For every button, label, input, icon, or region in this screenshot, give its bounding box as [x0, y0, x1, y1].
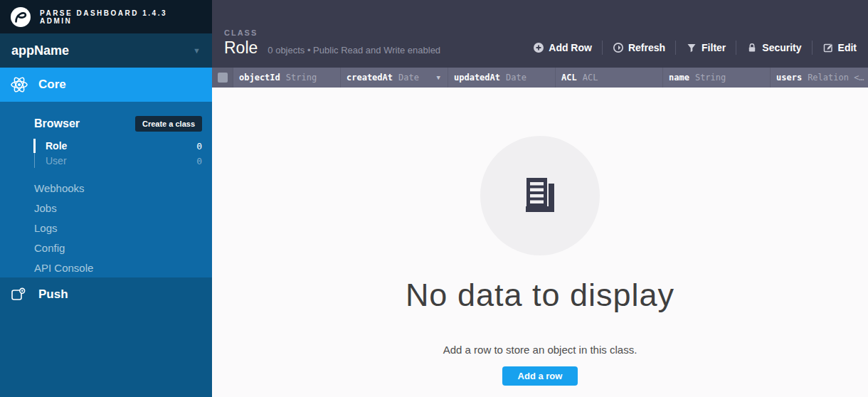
brand-subtitle: ADMIN	[40, 17, 167, 25]
class-name: User	[46, 155, 196, 166]
refresh-icon	[613, 42, 624, 53]
sidebar-item-logs[interactable]: Logs	[0, 218, 212, 238]
table-body: No data to display Add a row to store an…	[212, 88, 868, 397]
table-header: objectId String createdAt Date ▼ updated…	[212, 68, 868, 88]
class-list: Role 0 User 0	[34, 139, 212, 168]
class-name: Role	[46, 140, 196, 152]
column-name: users	[776, 73, 802, 83]
add-circle-icon	[533, 42, 544, 53]
sidebar-item-api-console[interactable]: API Console	[0, 258, 212, 277]
column-type: Date	[506, 73, 526, 83]
app-selector[interactable]: appName ▼	[0, 33, 212, 68]
sidebar-item-browser[interactable]: Browser	[34, 117, 135, 130]
column-type: Date	[398, 73, 419, 83]
document-stack-icon	[517, 173, 563, 218]
edit-icon	[822, 42, 834, 53]
column-header-createdat[interactable]: createdAt Date ▼	[341, 68, 448, 88]
column-header-users[interactable]: users Relation <…	[771, 68, 868, 88]
toolbar: Add Row Refresh Filter Security	[533, 41, 857, 55]
column-name: updatedAt	[454, 73, 500, 83]
brand-header[interactable]: PARSE DASHBOARD 1.4.3 ADMIN	[0, 0, 212, 33]
empty-state-circle	[480, 136, 600, 255]
refresh-button[interactable]: Refresh	[613, 41, 665, 55]
sidebar-item-config[interactable]: Config	[0, 238, 212, 258]
push-notification-icon	[10, 286, 27, 303]
column-type: String	[286, 73, 317, 83]
toolbar-divider	[602, 41, 603, 55]
toolbar-divider	[736, 41, 736, 55]
toolbar-label: Security	[762, 42, 801, 53]
class-header: CLASS Role 0 objects • Public Read and W…	[212, 0, 868, 68]
app-name: appName	[11, 43, 193, 58]
sidebar-item-jobs[interactable]: Jobs	[0, 198, 212, 218]
edit-button[interactable]: Edit	[822, 41, 857, 55]
column-name: ACL	[561, 73, 577, 83]
class-count: 0	[196, 141, 202, 152]
toolbar-divider	[675, 41, 676, 55]
toolbar-label: Add Row	[549, 42, 592, 53]
column-name: objectId	[239, 73, 280, 83]
add-row-button[interactable]: Add a row	[502, 366, 578, 386]
toolbar-label: Edit	[838, 42, 857, 53]
column-name: name	[669, 73, 689, 83]
chevron-down-icon: ▼	[193, 46, 201, 55]
sidebar-section-push[interactable]: Push	[0, 277, 212, 397]
toolbar-label: Refresh	[628, 42, 665, 53]
sidebar-nav: Browser Create a class Role 0 User 0 Web…	[0, 102, 212, 277]
column-header-acl[interactable]: ACL ACL	[556, 68, 663, 88]
select-all-cell	[212, 68, 233, 88]
class-item-user[interactable]: User 0	[35, 154, 212, 168]
column-type: String	[695, 73, 726, 83]
lock-icon	[746, 42, 758, 53]
create-class-button[interactable]: Create a class	[135, 116, 202, 132]
column-header-objectid[interactable]: objectId String	[233, 68, 341, 88]
empty-state-subtitle: Add a row to store an object in this cla…	[443, 344, 637, 356]
sidebar-section-core[interactable]: Core	[0, 68, 212, 102]
column-type: ACL	[583, 73, 598, 83]
toolbar-divider	[812, 41, 813, 55]
sort-desc-icon: ▼	[437, 74, 448, 81]
sidebar: PARSE DASHBOARD 1.4.3 ADMIN appName ▼ Co…	[0, 0, 212, 397]
sidebar-item-webhooks[interactable]: Webhooks	[0, 178, 212, 198]
page-title: Role	[224, 38, 258, 58]
select-all-checkbox[interactable]	[218, 73, 228, 83]
sidebar-core-label: Core	[38, 78, 66, 92]
filter-button[interactable]: Filter	[686, 41, 726, 55]
add-row-toolbar-button[interactable]: Add Row	[533, 41, 592, 55]
class-item-role[interactable]: Role 0	[35, 139, 212, 153]
empty-state-title: No data to display	[406, 277, 674, 314]
filter-icon	[686, 42, 697, 53]
class-count: 0	[196, 156, 202, 166]
class-subtitle: 0 objects • Public Read and Write enable…	[268, 45, 440, 55]
column-header-updatedat[interactable]: updatedAt Date	[448, 68, 556, 88]
security-button[interactable]: Security	[746, 41, 801, 55]
column-header-name[interactable]: name String	[663, 68, 771, 88]
atom-icon	[10, 75, 28, 94]
column-name: createdAt	[346, 73, 393, 83]
sidebar-push-label: Push	[38, 287, 68, 302]
class-eyebrow: CLASS	[224, 28, 857, 37]
column-type: Relation <…	[808, 73, 864, 83]
parse-logo-icon	[10, 6, 31, 28]
brand-title: PARSE DASHBOARD 1.4.3	[40, 9, 167, 17]
toolbar-label: Filter	[702, 42, 726, 53]
